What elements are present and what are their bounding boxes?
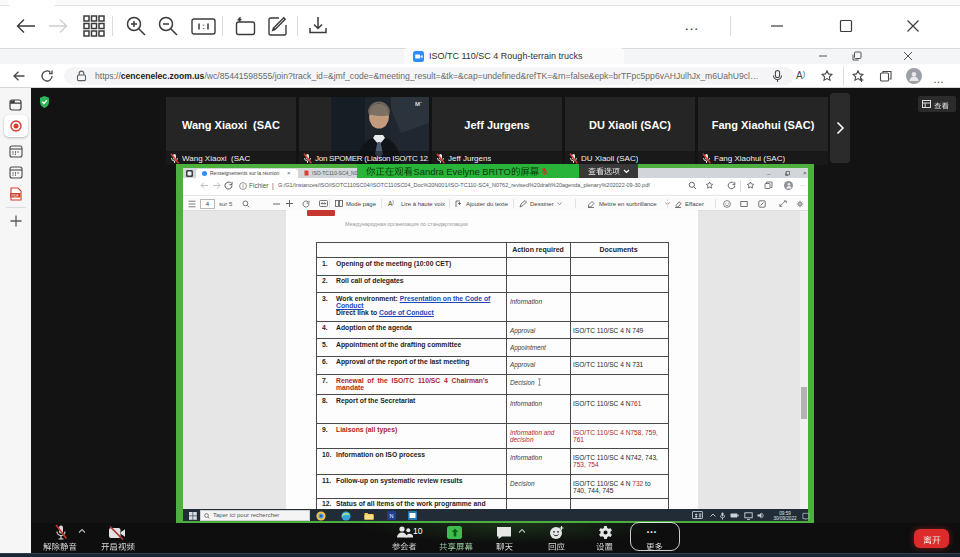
svg-text:PDF: PDF xyxy=(12,194,20,198)
svg-text:M´: M´ xyxy=(415,101,422,107)
svg-text:N: N xyxy=(390,513,394,519)
